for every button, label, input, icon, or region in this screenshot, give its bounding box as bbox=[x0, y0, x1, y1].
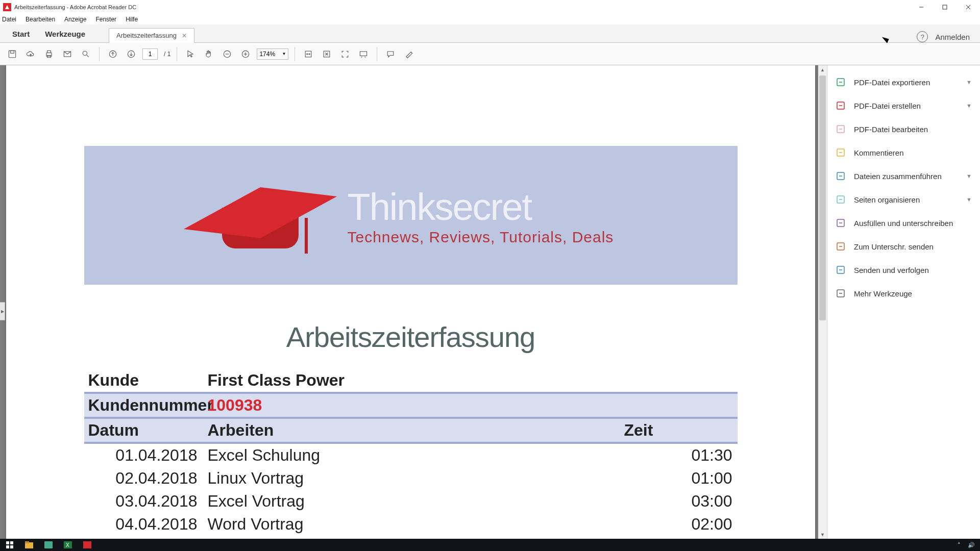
email-button[interactable] bbox=[60, 47, 75, 61]
tools-item[interactable]: PDF-Datei bearbeiten bbox=[827, 117, 980, 141]
minimize-button[interactable] bbox=[910, 0, 933, 14]
taskbar-excel-icon[interactable]: X bbox=[58, 539, 78, 551]
fill-sign-icon bbox=[836, 218, 846, 228]
svg-rect-2 bbox=[943, 5, 947, 9]
td-datum: 01.04.2018 bbox=[84, 444, 204, 467]
pointer-button[interactable] bbox=[183, 47, 198, 61]
zoom-in-button[interactable] bbox=[238, 47, 253, 61]
tab-document[interactable]: Arbeitszeiterfassung ✕ bbox=[109, 28, 194, 43]
next-page-button[interactable] bbox=[124, 47, 138, 61]
tools-item[interactable]: Ausfüllen und unterschreiben bbox=[827, 211, 980, 235]
th-kundennummer: Kundennummer bbox=[84, 394, 204, 417]
search-button[interactable] bbox=[79, 47, 93, 61]
vertical-scrollbar[interactable]: ▲ ▼ bbox=[818, 65, 827, 539]
table-row: 02.04.2018Linux Vortrag01:00 bbox=[84, 467, 738, 490]
tools-item-label: PDF-Datei bearbeiten bbox=[854, 125, 928, 134]
taskbar-acrobat-icon[interactable] bbox=[78, 539, 97, 551]
td-zeit: 01:00 bbox=[620, 467, 738, 490]
svg-rect-51 bbox=[44, 541, 53, 548]
svg-rect-54 bbox=[83, 541, 91, 548]
print-button[interactable] bbox=[42, 47, 56, 61]
tools-item[interactable]: PDF-Datei exportieren▼ bbox=[827, 70, 980, 94]
fit-width-button[interactable] bbox=[301, 47, 315, 61]
start-menu-button[interactable] bbox=[0, 539, 19, 551]
svg-text:X: X bbox=[66, 542, 69, 548]
table-row: 03.04.2018Excel Vortrag03:00 bbox=[84, 490, 738, 513]
save-button[interactable] bbox=[5, 47, 19, 61]
left-panel-toggle[interactable]: ▶ bbox=[0, 302, 5, 320]
logo-cap-icon bbox=[191, 172, 329, 259]
svg-rect-50 bbox=[25, 541, 29, 543]
th-zeit: Zeit bbox=[620, 419, 738, 442]
menu-anzeige[interactable]: Anzeige bbox=[64, 16, 86, 23]
page-number-input[interactable] bbox=[142, 48, 158, 60]
tray-chevron-icon[interactable]: ˄ bbox=[958, 542, 961, 548]
close-button[interactable] bbox=[957, 0, 980, 14]
taskbar-explorer-icon[interactable] bbox=[19, 539, 39, 551]
scroll-up-icon[interactable]: ▲ bbox=[818, 65, 827, 74]
comment-button[interactable] bbox=[383, 47, 398, 61]
create-pdf-icon bbox=[836, 101, 846, 111]
comment-icon bbox=[836, 147, 846, 158]
cloud-button[interactable] bbox=[23, 47, 38, 61]
tools-item[interactable]: Mehr Werkzeuge bbox=[827, 282, 980, 305]
svg-rect-6 bbox=[11, 51, 14, 53]
tray-volume-icon[interactable]: 🔊 bbox=[968, 542, 975, 548]
tab-start[interactable]: Start bbox=[5, 26, 38, 42]
menu-hilfe[interactable]: Hilfe bbox=[126, 16, 138, 23]
tools-panel: PDF-Datei exportieren▼PDF-Datei erstelle… bbox=[827, 65, 980, 539]
hand-button[interactable] bbox=[202, 47, 216, 61]
taskbar[interactable]: X ˄ 🔊 bbox=[0, 539, 980, 551]
td-arbeit: Excel Vortrag bbox=[204, 490, 620, 513]
anmelden-link[interactable]: Anmelden bbox=[935, 33, 970, 41]
td-kundennummer: 100938 bbox=[204, 394, 620, 417]
organize-icon bbox=[836, 194, 846, 205]
highlight-button[interactable] bbox=[402, 47, 416, 61]
menu-fenster[interactable]: Fenster bbox=[95, 16, 116, 23]
menu-datei[interactable]: Datei bbox=[2, 16, 16, 23]
maximize-button[interactable] bbox=[933, 0, 957, 14]
tools-item[interactable]: Zum Unterschr. senden bbox=[827, 235, 980, 258]
svg-rect-8 bbox=[47, 51, 51, 53]
tools-item-label: PDF-Datei exportieren bbox=[854, 78, 930, 87]
chevron-down-icon: ▼ bbox=[966, 103, 972, 109]
zoom-out-button[interactable] bbox=[220, 47, 234, 61]
taskbar-browser-icon[interactable] bbox=[39, 539, 58, 551]
zoom-select[interactable]: 174%▼ bbox=[257, 48, 288, 60]
tools-item-label: PDF-Datei erstellen bbox=[854, 102, 921, 110]
tools-item[interactable]: Senden und verfolgen bbox=[827, 258, 980, 282]
prev-page-button[interactable] bbox=[106, 47, 120, 61]
document-area[interactable]: Thinksecret Technews, Reviews, Tutorials… bbox=[0, 65, 827, 539]
tools-item[interactable]: Kommentieren bbox=[827, 141, 980, 164]
th-datum: Datum bbox=[84, 419, 204, 442]
td-arbeit: Word Vortrag bbox=[204, 513, 620, 536]
combine-icon bbox=[836, 171, 846, 181]
tools-item[interactable]: PDF-Datei erstellen▼ bbox=[827, 94, 980, 117]
title-bar: Arbeitszeiterfassung - Adobe Acrobat Rea… bbox=[0, 0, 980, 14]
brand-tagline: Technews, Reviews, Tutorials, Deals bbox=[348, 229, 614, 246]
close-tab-icon[interactable]: ✕ bbox=[182, 32, 187, 39]
tools-item[interactable]: Dateien zusammenführen▼ bbox=[827, 164, 980, 188]
fullscreen-button[interactable] bbox=[338, 47, 352, 61]
svg-rect-46 bbox=[10, 541, 13, 544]
help-icon[interactable]: ? bbox=[917, 31, 928, 42]
banner: Thinksecret Technews, Reviews, Tutorials… bbox=[84, 146, 738, 285]
app-icon bbox=[3, 3, 11, 11]
tab-document-label: Arbeitszeiterfassung bbox=[116, 32, 177, 39]
scroll-down-icon[interactable]: ▼ bbox=[818, 530, 827, 539]
svg-rect-45 bbox=[6, 541, 9, 544]
svg-line-12 bbox=[87, 55, 89, 57]
fit-page-button[interactable] bbox=[320, 47, 334, 61]
tab-werkzeuge[interactable]: Werkzeuge bbox=[38, 26, 93, 42]
tools-item-label: Dateien zusammenführen bbox=[854, 172, 942, 181]
read-mode-button[interactable] bbox=[356, 47, 371, 61]
td-datum: 02.04.2018 bbox=[84, 467, 204, 490]
tools-item[interactable]: Seiten organisieren▼ bbox=[827, 188, 980, 211]
scrollbar-thumb[interactable] bbox=[819, 76, 826, 320]
tools-item-label: Mehr Werkzeuge bbox=[854, 289, 912, 298]
window-title: Arbeitszeiterfassung - Adobe Acrobat Rea… bbox=[14, 4, 910, 10]
td-zeit: 01:30 bbox=[620, 444, 738, 467]
document-title: Arbeitszeiterfassung bbox=[84, 320, 738, 354]
menu-bearbeiten[interactable]: Bearbeiten bbox=[26, 16, 55, 23]
svg-rect-22 bbox=[360, 52, 367, 56]
